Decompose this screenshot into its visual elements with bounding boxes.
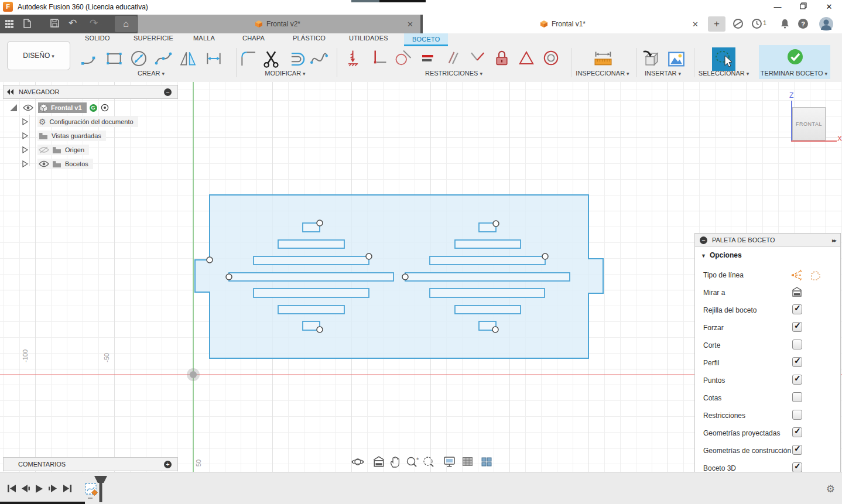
constraint-fix-lock-icon[interactable] [493, 49, 511, 69]
options-section-header[interactable]: ▼Opciones [701, 251, 742, 259]
new-tab-button[interactable]: + [708, 16, 725, 32]
sketch-palette-header[interactable]: − PALETA DE BOCETO ▸▸ [695, 234, 840, 247]
insert-derive-icon[interactable] [642, 49, 662, 71]
points-checkbox[interactable] [792, 375, 802, 385]
sketch-point[interactable] [317, 327, 323, 332]
slot-rect[interactable] [455, 240, 521, 248]
origin-point[interactable] [190, 371, 197, 378]
projected-geom-checkbox[interactable] [792, 427, 802, 437]
trim-tool-icon[interactable] [261, 49, 281, 71]
tab-close-icon[interactable]: ✕ [692, 20, 699, 29]
group-label-inspeccionar[interactable]: INSPECCIONAR [576, 70, 629, 77]
timeline-settings-gear-icon[interactable]: ⚙ [826, 483, 835, 495]
slot-rect[interactable] [254, 256, 369, 265]
sketch-point[interactable] [317, 220, 323, 226]
timeline-playhead-marker[interactable] [94, 475, 108, 504]
viewcube[interactable]: Z X FRONTAL [785, 88, 842, 146]
look-at-icon[interactable] [791, 286, 803, 298]
timeline-step-back-button[interactable] [21, 484, 30, 495]
sketch3d-checkbox[interactable] [792, 462, 802, 472]
group-label-insertar[interactable]: INSERTAR [645, 70, 681, 77]
slot-rect[interactable] [455, 306, 521, 314]
mirror-tool-icon[interactable] [179, 49, 197, 70]
group-label-modificar[interactable]: MODIFICAR [265, 70, 305, 77]
file-menu-icon[interactable] [23, 19, 38, 30]
home-view-button[interactable]: ⌂ [115, 16, 137, 32]
constraint-fixed-icon[interactable] [345, 49, 363, 69]
add-comment-icon[interactable]: + [164, 461, 172, 468]
ribbon-tab-utilidades[interactable]: UTILIDADES [349, 35, 388, 42]
help-icon[interactable]: ? [797, 18, 809, 32]
sketch-point[interactable] [366, 253, 372, 259]
profile-checkbox[interactable] [792, 357, 802, 367]
ribbon-tab-chapa[interactable]: CHAPA [242, 35, 265, 42]
group-label-restricciones[interactable]: RESTRICCIONES [425, 70, 482, 77]
viewcube-front-face[interactable]: FRONTAL [792, 107, 826, 140]
design-workspace-dropdown[interactable]: DISEÑO [7, 41, 70, 70]
constraint-perpendicular-icon[interactable] [468, 49, 486, 69]
construction-geom-checkbox[interactable] [792, 445, 802, 455]
eye-visible-icon[interactable] [39, 160, 49, 167]
look-at-nav-icon[interactable] [372, 455, 385, 471]
group-label-terminar-boceto[interactable]: TERMINAR BOCETO [761, 70, 827, 77]
user-avatar[interactable] [819, 16, 834, 34]
construction-toggle-icon[interactable] [809, 269, 822, 282]
constraints-checkbox[interactable] [792, 410, 802, 420]
fillet-tool-icon[interactable] [239, 49, 258, 70]
sketch-canvas[interactable]: -100 -50 50 NAVEGADOR − Frontal v1 G ⚙ C… [0, 82, 842, 472]
tree-item-sketches[interactable]: Bocetos [22, 159, 93, 169]
slot-rect[interactable] [430, 289, 545, 297]
tree-item-saved-views[interactable]: Vistas guardadas [22, 131, 106, 141]
constraint-horizontal-vertical-icon[interactable] [370, 49, 388, 69]
expanded-corner-icon[interactable] [9, 104, 18, 112]
grid-checkbox[interactable] [792, 304, 802, 314]
group-label-seleccionar[interactable]: SELECCIONAR [699, 70, 749, 77]
restore-button[interactable] [790, 0, 816, 14]
sketch-point[interactable] [402, 274, 408, 280]
document-tab-frontal-v1[interactable]: Frontal v1* ✕ [423, 15, 706, 33]
slot-rect[interactable] [229, 273, 393, 281]
activate-component-radio[interactable] [101, 104, 109, 112]
line-tool-icon[interactable] [80, 49, 99, 70]
sketch-point[interactable] [226, 274, 232, 280]
constraint-parallel-icon[interactable] [444, 49, 461, 69]
constraint-tangent-icon[interactable] [395, 49, 412, 69]
expand-arrow-icon[interactable] [22, 118, 28, 125]
document-tab-frontal-v2[interactable]: Frontal v2* ✕ [138, 15, 420, 33]
close-button[interactable]: ✕ [816, 0, 842, 14]
job-status-clock-icon[interactable] [751, 18, 762, 32]
offset-tool-icon[interactable] [286, 49, 306, 71]
dock-right-icon[interactable]: ▸▸ [832, 237, 836, 244]
ribbon-tab-plastico[interactable]: PLÁSTICO [293, 35, 326, 42]
slot-rect[interactable] [405, 273, 570, 281]
collapse-left-icon[interactable] [7, 89, 14, 95]
save-icon[interactable] [50, 19, 59, 29]
centerline-toggle-icon[interactable] [790, 269, 803, 282]
select-tool-button[interactable] [712, 47, 735, 71]
dimensions-checkbox[interactable] [792, 392, 802, 402]
undo-icon[interactable]: ↶ [69, 17, 81, 29]
dimension-tool-icon[interactable] [204, 49, 223, 70]
curve-tool-icon[interactable] [309, 49, 329, 71]
app-grid-menu-icon[interactable] [5, 19, 14, 30]
spline-tool-icon[interactable] [154, 49, 173, 70]
slot-rect[interactable] [278, 240, 344, 248]
tree-item-doc-settings[interactable]: ⚙ Configuración del documento [22, 116, 138, 127]
group-label-crear[interactable]: CREAR [138, 70, 165, 77]
comments-panel-header[interactable]: COMENTARIOS + [3, 457, 178, 471]
ribbon-tab-superficie[interactable]: SUPERFICIE [134, 35, 173, 42]
expand-arrow-icon[interactable] [22, 132, 28, 139]
timeline-play-button[interactable] [35, 484, 44, 496]
slot-rect[interactable] [254, 289, 369, 297]
circle-tool-icon[interactable] [129, 49, 148, 70]
expand-arrow-icon[interactable] [22, 146, 28, 153]
timeline-step-forward-button[interactable] [48, 484, 57, 495]
minimize-button[interactable]: — [765, 0, 790, 14]
root-component-tile[interactable]: Frontal v1 [38, 102, 87, 113]
zoom-icon[interactable]: ± [405, 455, 419, 471]
snap-checkbox[interactable] [792, 322, 802, 332]
constraint-equal-icon[interactable] [419, 49, 437, 69]
sketch-point[interactable] [542, 253, 548, 259]
redo-icon[interactable]: ↷ [90, 17, 102, 29]
slot-rect[interactable] [278, 306, 344, 314]
